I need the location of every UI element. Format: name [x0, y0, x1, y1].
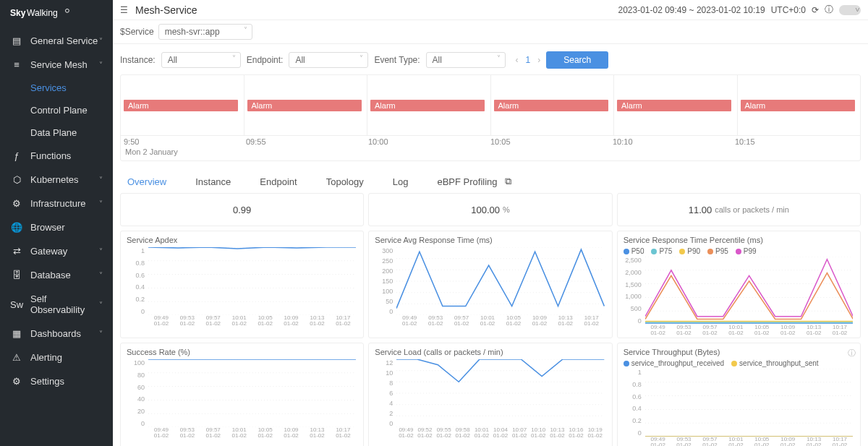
alarm-event[interactable]: Alarm: [247, 100, 362, 111]
alarm-event[interactable]: Alarm: [617, 100, 731, 111]
sidebar-item-control-plane[interactable]: Control Plane: [30, 99, 113, 121]
alarm-event[interactable]: Alarm: [370, 100, 485, 111]
chart-card: Service Load (calls or packets / min)121…: [368, 343, 612, 446]
chevron-down-icon: ˅: [99, 271, 103, 279]
sidebar-item-functions[interactable]: ƒFunctions: [0, 144, 113, 168]
sidebar-item-alerting[interactable]: ⚠Alerting: [0, 346, 113, 369]
chevron-down-icon: ˅: [99, 200, 103, 207]
x-axis: 09:4901-0209:5201-0209:5501-0209:5801-02…: [396, 427, 604, 437]
kpi-unit: %: [503, 205, 510, 214]
nav-icon: Sw: [10, 299, 23, 310]
y-axis: 121086420: [375, 359, 395, 427]
timeline-cell[interactable]: Alarm: [491, 75, 615, 135]
timeline-tick: 10:00: [368, 137, 490, 146]
tab-log[interactable]: Log: [393, 176, 409, 187]
pager-page: 1: [526, 55, 531, 65]
logo: SkyWalking: [0, 0, 113, 29]
event-type-select[interactable]: All: [426, 52, 506, 68]
chevron-down-icon: ˅: [99, 330, 103, 338]
timeline-cell[interactable]: Alarm: [121, 75, 244, 135]
tab-instance[interactable]: Instance: [195, 176, 231, 187]
nav-label: General Service: [30, 35, 98, 46]
timeline-cell[interactable]: Alarm: [738, 75, 861, 135]
kpi-card: 11.00calls or packets / min: [617, 193, 861, 226]
legend-item[interactable]: P50: [624, 247, 644, 255]
legend-item[interactable]: P95: [707, 247, 728, 255]
timeline-cell[interactable]: Alarm: [244, 75, 368, 135]
timeline: AlarmAlarmAlarmAlarmAlarmAlarm 9:5009:55…: [120, 74, 861, 161]
sidebar-item-browser[interactable]: 🌐Browser: [0, 215, 113, 239]
service-select[interactable]: mesh-svr::app: [158, 24, 252, 40]
nav-label: Settings: [30, 376, 64, 387]
search-button[interactable]: Search: [546, 51, 608, 69]
topbar: ☰ Mesh-Service 2023-01-02 09:49 ~ 2023-0…: [113, 0, 868, 20]
timeline-date: Mon 2 January: [121, 146, 860, 160]
chevron-down-icon: ˅: [99, 301, 103, 309]
svg-point-2: [65, 9, 69, 12]
sidebar-item-self-observability[interactable]: SwSelf Observability˅: [0, 287, 113, 322]
chart-title: Success Rate (%): [127, 348, 357, 356]
sidebar-item-service-mesh[interactable]: ≡Service Mesh˅: [0, 53, 113, 77]
timeline-cell[interactable]: Alarm: [367, 75, 491, 135]
sidebar-item-infrastructure[interactable]: ⚙Infrastructure˅: [0, 192, 113, 215]
alarm-event[interactable]: Alarm: [494, 100, 608, 111]
nav-label: Browser: [30, 222, 65, 233]
y-axis: 10.80.60.40.20: [624, 369, 644, 437]
sidebar-item-data-plane[interactable]: Data Plane: [30, 121, 113, 144]
timeline-cell[interactable]: Alarm: [614, 75, 738, 135]
pager-next[interactable]: ›: [537, 55, 540, 65]
svg-text:Sky: Sky: [10, 8, 26, 18]
nav-icon: ƒ: [10, 150, 23, 161]
info-icon[interactable]: ⓘ: [848, 348, 856, 359]
tab-topology[interactable]: Topology: [326, 176, 364, 187]
breadcrumb: Mesh-Service: [135, 4, 197, 16]
nav: ▤General Service˅≡Service Mesh˅ServicesC…: [0, 29, 113, 446]
sidebar-item-kubernetes[interactable]: ⬡Kubernetes˅: [0, 168, 113, 192]
y-axis: 2,5002,0001,5001,0005000: [624, 257, 644, 325]
sidebar-item-dashboards[interactable]: ▦Dashboards˅: [0, 322, 113, 346]
nav-icon: ⇄: [10, 246, 23, 257]
endpoint-label: Endpoint:: [247, 55, 284, 65]
legend-item[interactable]: service_throughput_received: [624, 359, 724, 367]
tab-ebpf-profiling[interactable]: eBPF Profiling: [437, 176, 497, 187]
kpi-value: 0.99: [233, 205, 251, 215]
tab-overview[interactable]: Overview: [127, 176, 166, 187]
time-range[interactable]: 2023-01-02 09:49 ~ 2023-01-02 10:19: [618, 5, 765, 15]
legend-item[interactable]: P75: [651, 247, 672, 255]
sidebar-item-general-service[interactable]: ▤General Service˅: [0, 29, 113, 53]
sidebar-item-settings[interactable]: ⚙Settings: [0, 369, 113, 393]
kpi-card: 0.99: [120, 193, 364, 226]
legend-item[interactable]: P90: [679, 247, 700, 255]
nav-icon: 🗄: [10, 270, 23, 280]
timeline-tick: 10:15: [735, 137, 857, 146]
legend-item[interactable]: service_throughput_sent: [731, 359, 819, 367]
pager-prev[interactable]: ‹: [516, 55, 519, 65]
timeline-tick: 9:50: [124, 137, 246, 146]
kpi-row: 0.99100.00%11.00calls or packets / min: [120, 193, 861, 226]
chart-card: Service Avg Response Time (ms)3002502001…: [368, 231, 612, 338]
sidebar: SkyWalking ▤General Service˅≡Service Mes…: [0, 0, 113, 446]
kpi-value: 11.00: [689, 205, 712, 215]
legend-item[interactable]: P99: [736, 247, 757, 255]
menu-toggle-icon[interactable]: ☰: [120, 5, 128, 15]
tabs: OverviewInstanceEndpointTopologyLogeBPF …: [120, 166, 861, 193]
x-axis: 09:4901-0209:5301-0209:5701-0210:0101-02…: [148, 315, 356, 325]
refresh-icon[interactable]: ⟳: [812, 5, 819, 15]
alarm-event[interactable]: Alarm: [124, 100, 238, 111]
chart-title: Service Response Time Percentile (ms): [624, 236, 854, 244]
sidebar-item-services[interactable]: Services: [30, 77, 113, 99]
sidebar-item-gateway[interactable]: ⇄Gateway˅: [0, 239, 113, 263]
view-toggle[interactable]: V: [839, 5, 861, 15]
nav-label: Alerting: [30, 352, 62, 363]
endpoint-select[interactable]: All: [289, 52, 368, 68]
y-axis: 300250200150100500: [375, 247, 395, 315]
info-icon[interactable]: ⓘ: [825, 4, 833, 16]
copy-icon[interactable]: ⧉: [505, 176, 511, 187]
chart-card: Service Apdex10.80.60.40.2009:4901-0209:…: [120, 231, 364, 338]
tab-endpoint[interactable]: Endpoint: [260, 176, 297, 187]
alarm-event[interactable]: Alarm: [741, 100, 855, 111]
sidebar-item-database[interactable]: 🗄Database˅: [0, 263, 113, 287]
instance-select[interactable]: All: [161, 52, 241, 68]
event-type-label: Event Type:: [374, 55, 420, 65]
main: ☰ Mesh-Service 2023-01-02 09:49 ~ 2023-0…: [113, 0, 868, 446]
